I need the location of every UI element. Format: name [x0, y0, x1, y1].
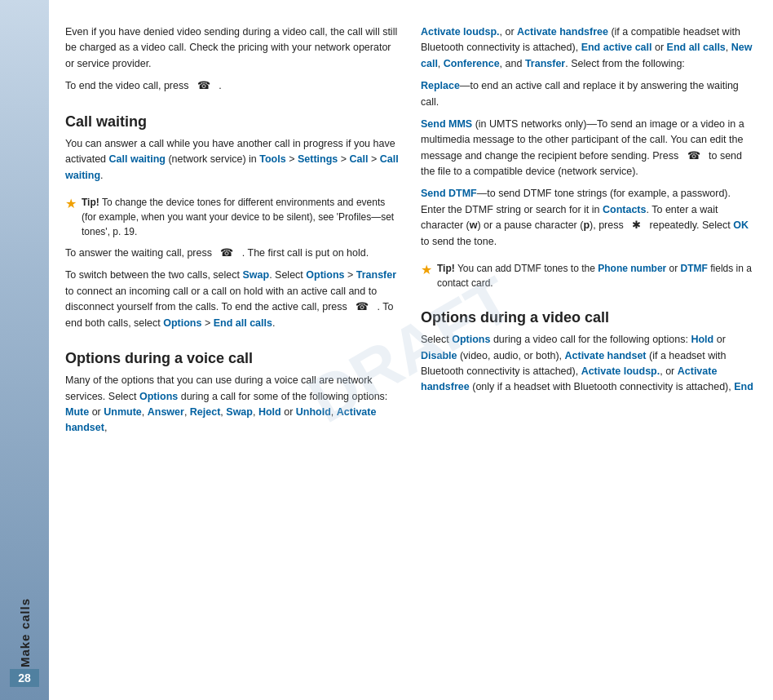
hold-link[interactable]: Hold — [258, 406, 281, 418]
transfer-link2[interactable]: Transfer — [525, 58, 565, 69]
tools-link[interactable]: Tools — [259, 153, 285, 165]
right-column: Activate loudsp., or Activate handsfree … — [421, 24, 757, 443]
activate-loudsp-link[interactable]: Activate loudsp. — [421, 26, 500, 38]
transfer-link[interactable]: Transfer — [356, 269, 396, 281]
swap-link[interactable]: Swap — [242, 269, 269, 281]
end-active-call-link[interactable]: End active call — [581, 42, 652, 53]
disable-link[interactable]: Disable — [421, 350, 457, 361]
video-call-options-para: Select Options during a video call for t… — [421, 332, 757, 396]
right-intro-para: Activate loudsp., or Activate handsfree … — [421, 24, 757, 72]
voice-call-options-para: Many of the options that you can use dur… — [65, 373, 401, 436]
activate-loudsp-link2[interactable]: Activate loudsp. — [581, 366, 660, 377]
activate-handset-link2[interactable]: Activate handset — [565, 350, 647, 361]
activate-handsfree-link2[interactable]: Activate handsfree — [421, 366, 717, 392]
replace-link[interactable]: Replace — [421, 80, 460, 91]
settings-link[interactable]: Settings — [298, 153, 338, 165]
phone-number-link[interactable]: Phone number — [598, 263, 666, 274]
ok-link[interactable]: OK — [733, 219, 749, 231]
end-all-calls-link2[interactable]: End all calls — [667, 42, 726, 53]
send-dtmf-link[interactable]: Send DTMF — [421, 188, 477, 199]
replace-para: Replace—to end an active call and replac… — [421, 78, 757, 110]
sidebar: Make calls 28 — [0, 0, 49, 700]
contacts-link[interactable]: Contacts — [603, 204, 646, 215]
left-column: Even if you have denied video sending du… — [65, 24, 401, 443]
send-dtmf-para: Send DTMF—to send DTMF tone strings (for… — [421, 186, 757, 250]
section-call-waiting-heading: Call waiting — [65, 113, 401, 131]
end-video-call-para: To end the video call, press ☎ . — [65, 78, 401, 94]
send-mms-link[interactable]: Send MMS — [421, 118, 472, 130]
unhold-link[interactable]: Unhold — [296, 406, 331, 418]
reject-link[interactable]: Reject — [190, 406, 221, 418]
page-number: 28 — [10, 669, 39, 687]
activate-handsfree-link[interactable]: Activate handsfree — [517, 26, 608, 38]
hold-link2[interactable]: Hold — [691, 334, 713, 345]
switch-calls-para: To switch between the two calls, select … — [65, 268, 401, 331]
end-all-calls-link[interactable]: End all calls — [214, 317, 272, 329]
section-video-call-heading: Options during a video call — [421, 308, 757, 327]
mute-link[interactable]: Mute — [65, 406, 89, 418]
tip-1: ★ Tip! To change the device tones for di… — [65, 195, 401, 239]
chapter-title: Make calls — [18, 598, 32, 667]
unmute-link[interactable]: Unmute — [104, 406, 142, 418]
tip-2-text: Tip! You can add DTMF tones to the Phone… — [437, 261, 757, 290]
tip-icon-1: ★ — [65, 196, 77, 211]
options-link[interactable]: Options — [306, 269, 344, 281]
dtmf-link[interactable]: DTMF — [681, 263, 708, 274]
section-voice-call-heading: Options during a voice call — [65, 349, 401, 368]
intro-paragraph: Even if you have denied video sending du… — [65, 24, 401, 72]
swap-link2[interactable]: Swap — [226, 406, 253, 418]
call-link[interactable]: Call — [350, 153, 369, 165]
tip-icon-2: ★ — [421, 262, 432, 277]
tip-2: ★ Tip! You can add DTMF tones to the Pho… — [421, 261, 757, 290]
options-link2[interactable]: Options — [163, 317, 201, 329]
call-waiting-link[interactable]: Call waiting — [109, 153, 166, 165]
answer-waiting-para: To answer the waiting call, press ☎ . Th… — [65, 246, 401, 261]
conference-link[interactable]: Conference — [444, 58, 500, 69]
options-link3[interactable]: Options — [139, 391, 178, 402]
call-waiting-para1: You can answer a call while you have ano… — [65, 136, 401, 184]
tip-1-text: Tip! To change the device tones for diff… — [82, 195, 401, 239]
send-mms-para: Send MMS (in UMTS networks only)—To send… — [421, 117, 757, 180]
options-link4[interactable]: Options — [452, 334, 490, 345]
answer-link[interactable]: Answer — [148, 406, 184, 418]
end-link[interactable]: End — [734, 381, 753, 392]
